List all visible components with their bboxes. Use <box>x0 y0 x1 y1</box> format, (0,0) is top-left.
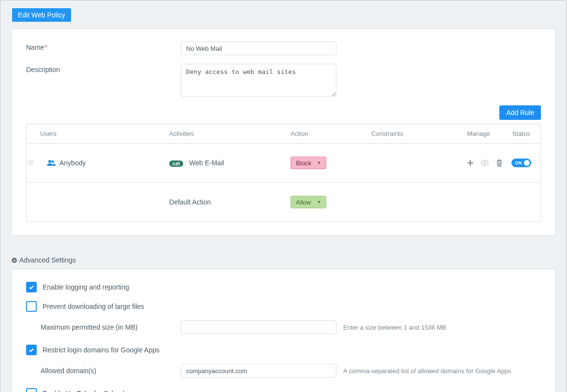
description-input[interactable]: Deny access to web mail sites <box>181 64 336 97</box>
category-badge: cat <box>169 160 183 167</box>
name-input[interactable] <box>181 42 336 55</box>
add-rule-button[interactable]: Add Rule <box>499 105 541 120</box>
prevent-large-files-label: Prevent downloading of large files <box>43 303 144 310</box>
column-header-action: Action <box>291 130 371 137</box>
users-icon <box>47 160 56 166</box>
enable-youtube-schools-label: Enable YouTube for Schools <box>43 390 128 392</box>
drag-handle-icon[interactable] <box>29 160 33 166</box>
column-header-constraints: Constraints <box>371 130 453 137</box>
column-header-activities: Activities <box>169 130 291 137</box>
max-size-label: Maximum permitted size (in MB) <box>41 323 181 331</box>
column-header-users: Users <box>40 130 169 137</box>
dialog-title: Edit Web Policy <box>12 8 71 22</box>
advanced-settings-toggle[interactable]: Advanced Settings <box>11 256 556 264</box>
rule-activity: Web E-Mail <box>189 159 224 167</box>
restrict-google-apps-label: Restrict login domains for Google Apps <box>43 346 160 354</box>
rules-table: Users Activities Action Constraints Mana… <box>26 124 541 222</box>
description-label: Description <box>26 64 181 73</box>
clone-icon <box>480 158 490 168</box>
enable-youtube-schools-checkbox[interactable] <box>26 388 37 392</box>
allowed-domains-helper: A comma-separated list of allowed domain… <box>343 367 511 375</box>
status-toggle[interactable]: ON <box>511 159 531 167</box>
column-header-status: Status <box>507 130 536 137</box>
action-select-allow[interactable]: Allow ▼ <box>291 196 326 208</box>
prevent-large-files-checkbox[interactable] <box>26 301 37 312</box>
chevron-down-icon <box>11 257 17 263</box>
default-action-label: Default Action <box>169 198 291 206</box>
chevron-down-icon: ▼ <box>317 160 321 165</box>
column-header-manage: Manage <box>453 130 507 137</box>
rule-user: Anybody <box>59 159 86 167</box>
default-action-row: Default Action Allow ▼ <box>27 183 540 221</box>
delete-icon[interactable] <box>494 158 504 168</box>
restrict-google-apps-checkbox[interactable] <box>26 345 37 355</box>
max-size-input[interactable] <box>181 320 336 334</box>
rules-table-header: Users Activities Action Constraints Mana… <box>27 124 540 144</box>
allowed-domains-input[interactable] <box>181 364 336 377</box>
advanced-settings-panel: Enable logging and reporting Prevent dow… <box>11 269 556 392</box>
max-size-helper: Enter a size between 1 and 1536 MB <box>343 324 446 331</box>
enable-logging-label: Enable logging and reporting <box>43 283 129 291</box>
svg-point-3 <box>12 258 17 263</box>
svg-point-1 <box>52 160 54 163</box>
enable-logging-checkbox[interactable] <box>26 282 37 292</box>
name-label: Name* <box>26 42 181 51</box>
edit-web-policy-dialog: Edit Web Policy Name* Description Deny a… <box>0 0 567 392</box>
svg-point-0 <box>48 160 51 163</box>
add-icon[interactable] <box>465 158 475 168</box>
allowed-domains-label: Allowed domain(s) <box>41 367 181 375</box>
policy-form-panel: Name* Description Deny access to web mai… <box>11 29 556 236</box>
action-select-block[interactable]: Block ▼ <box>291 157 326 169</box>
rule-row: Anybody cat Web E-Mail Block ▼ <box>27 144 540 183</box>
chevron-down-icon: ▼ <box>317 200 321 204</box>
